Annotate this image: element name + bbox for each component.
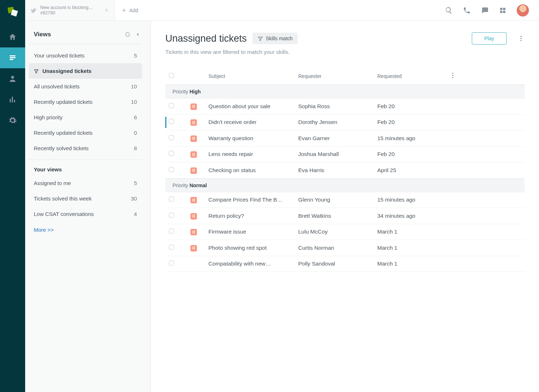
cell-requester: Joshua Marshall [298, 151, 377, 157]
table-row[interactable]: ODidn't receive orderDorothy JensenFeb 2… [165, 115, 525, 131]
status-badge: O [190, 103, 197, 110]
view-label: Unassigned tickets [42, 68, 92, 74]
cell-requester: Eva Harris [298, 167, 377, 174]
sidebar-your-view-item[interactable]: Low CSAT conversations4 [29, 206, 142, 222]
row-checkbox[interactable] [169, 151, 174, 156]
sidebar-view-item[interactable]: High priority6 [29, 110, 142, 125]
more-link[interactable]: More >> [29, 222, 142, 238]
row-checkbox[interactable] [169, 119, 174, 124]
row-checkbox[interactable] [169, 260, 174, 266]
header-actions [445, 0, 539, 20]
overflow-icon[interactable] [517, 35, 525, 42]
tab-text: New account is blocking… #82790 [40, 5, 100, 16]
view-count: 0 [134, 130, 137, 136]
play-button[interactable]: Play [472, 32, 507, 45]
sidebar-your-view-item[interactable]: Tickets solved this week30 [29, 191, 142, 206]
search-icon[interactable] [445, 6, 453, 14]
row-checkbox[interactable] [169, 197, 174, 202]
cell-requested: 15 minutes ago [377, 135, 446, 142]
avatar[interactable] [517, 4, 529, 17]
table-row[interactable]: OChecking on statusEva HarrisApril 25 [165, 162, 525, 179]
table-row[interactable]: OQuestion about your saleSophia RossFeb … [165, 98, 525, 115]
view-label: Tickets solved this week [34, 195, 92, 202]
content-area: Unassigned tickets Skills match Play Tic… [151, 21, 539, 392]
col-subject[interactable]: Subject [208, 73, 298, 79]
cell-requested: Feb 20 [377, 151, 446, 157]
priority-group-header: Priority High [165, 85, 525, 98]
cell-subject: Lens needs repair [208, 151, 298, 157]
view-label: All unsolved tickets [34, 83, 80, 89]
filter-icon [34, 69, 39, 74]
view-count: 5 [134, 180, 137, 186]
table-row[interactable]: OReturn policy?Brett Watkins34 minutes a… [165, 208, 525, 224]
svg-point-2 [520, 40, 521, 41]
refresh-icon[interactable] [125, 32, 130, 37]
table-row[interactable]: OLens needs repairJoshua MarshallFeb 20 [165, 147, 525, 163]
col-requested[interactable]: Requested [377, 73, 446, 79]
select-all-checkbox[interactable] [169, 73, 174, 78]
cell-subject: Compatability with new… [208, 260, 298, 267]
view-count: 30 [131, 195, 137, 202]
status-badge: O [190, 213, 197, 220]
phone-icon[interactable] [463, 6, 471, 14]
cell-requested: 15 minutes ago [377, 197, 446, 203]
close-icon[interactable]: × [103, 6, 110, 15]
svg-point-1 [520, 38, 521, 39]
nav-admin[interactable] [0, 110, 25, 131]
sidebar-view-item[interactable]: Recently updated tickets10 [29, 94, 142, 110]
add-tab-button[interactable]: Add [115, 0, 145, 20]
cell-requested: March 1 [377, 245, 446, 251]
nav-reporting[interactable] [0, 89, 25, 110]
collapse-icon[interactable] [135, 32, 140, 37]
row-checkbox[interactable] [169, 245, 174, 250]
row-checkbox[interactable] [169, 135, 174, 140]
cell-requested: March 1 [377, 260, 446, 267]
cell-subject: Photo showing red spot [208, 245, 298, 251]
columns-overflow-icon[interactable] [449, 72, 456, 79]
cell-requester: Evan Garner [298, 135, 377, 142]
nav-home[interactable] [0, 27, 25, 47]
your-views-heading: Your views [29, 160, 142, 175]
cell-requester: Dorothy Jensen [298, 119, 377, 125]
gear-icon [8, 116, 17, 125]
table-row[interactable]: OFirmware issueLulu McCoyMarch 1 [165, 224, 525, 240]
open-tab[interactable]: New account is blocking… #82790 × [25, 0, 115, 20]
tab-subtitle: #82790 [40, 10, 100, 16]
nav-views[interactable] [0, 47, 25, 68]
status-badge: O [190, 119, 197, 126]
cell-requested: April 25 [377, 167, 446, 174]
table-row[interactable]: OWarranty questionEvan Garner15 minutes … [165, 130, 525, 147]
cell-requested: March 1 [377, 229, 446, 235]
row-checkbox[interactable] [169, 103, 174, 108]
sidebar-view-item[interactable]: All unsolved tickets10 [29, 79, 142, 94]
table-row[interactable]: OPhoto showing red spotCurtis NormanMarc… [165, 240, 525, 256]
svg-point-3 [452, 73, 453, 74]
cell-requester: Curtis Norman [298, 245, 377, 251]
chat-icon[interactable] [481, 6, 489, 14]
sidebar-view-item[interactable]: Recently solved tickets8 [29, 140, 142, 156]
priority-group-header: Priority Normal [165, 179, 525, 192]
skills-match-button[interactable]: Skills match [253, 33, 298, 44]
nav-customers[interactable] [0, 68, 25, 89]
priority-name: High [189, 89, 201, 94]
sidebar-view-item[interactable]: Your unsolved tickets5 [29, 48, 142, 63]
view-count: 6 [134, 114, 137, 120]
cell-subject: Warranty question [208, 135, 298, 142]
sidebar-your-view-item[interactable]: Assigned to me5 [29, 175, 142, 191]
view-label: Low CSAT conversations [34, 211, 94, 217]
row-checkbox[interactable] [169, 213, 174, 218]
sidebar-view-item[interactable]: Unassigned tickets [29, 63, 142, 79]
row-checkbox[interactable] [169, 229, 174, 234]
apps-icon[interactable] [499, 6, 507, 14]
sidebar-view-item[interactable]: Recently updated tickets0 [29, 125, 142, 140]
view-count: 10 [131, 99, 137, 105]
table-row[interactable]: Compatability with new…Polly SandovalMar… [165, 256, 525, 272]
col-requester[interactable]: Requester [298, 73, 377, 79]
view-label: High priority [34, 114, 63, 120]
brand-logo [7, 6, 18, 17]
view-label: Recently solved tickets [34, 145, 89, 151]
table-row[interactable]: OCompare Prices Find The B…Glenn Young15… [165, 192, 525, 208]
body: Views Your unsolved tickets5Unassigned t… [25, 21, 539, 392]
cell-requester: Polly Sandoval [298, 260, 377, 267]
row-checkbox[interactable] [169, 167, 174, 172]
